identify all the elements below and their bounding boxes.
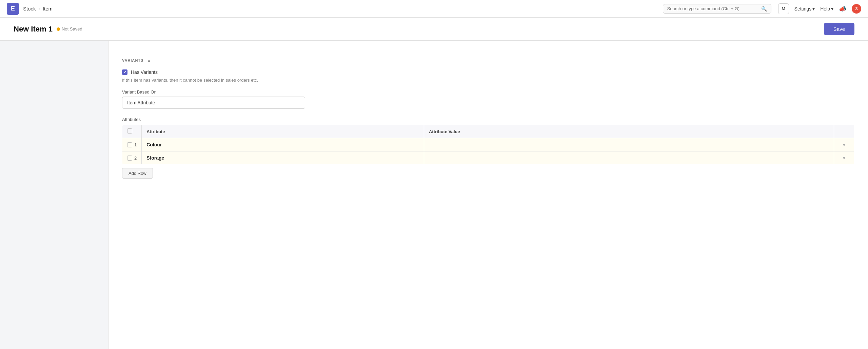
breadcrumb-sep-1: ›	[39, 6, 40, 11]
row-2-expand[interactable]: ▼	[834, 151, 854, 165]
notification-badge[interactable]: 3	[852, 4, 861, 14]
topnav: E Stock › Item 🔍 M Settings ▾ Help ▾ 📣 3	[0, 0, 868, 18]
has-variants-row: Has Variants	[122, 69, 854, 75]
select-all-checkbox[interactable]	[127, 128, 132, 134]
search-icon: 🔍	[761, 6, 767, 12]
search-bar[interactable]: 🔍	[663, 4, 771, 14]
row-2-attribute: Storage	[142, 151, 424, 165]
notifications-icon[interactable]: 📣	[839, 5, 846, 13]
variant-based-on-label: Variant Based On	[122, 89, 854, 95]
status-dot	[57, 27, 60, 31]
col-attribute: Attribute	[142, 125, 424, 138]
breadcrumb-stock[interactable]: Stock	[23, 6, 36, 12]
page-title: New Item 1 Not Saved	[14, 25, 82, 34]
row-checkbox-cell: 1	[122, 138, 142, 151]
avatar[interactable]: M	[778, 3, 789, 14]
breadcrumb: Stock › Item	[23, 6, 53, 12]
row-1-expand[interactable]: ▼	[834, 138, 854, 151]
col-attribute-value: Attribute Value	[424, 125, 834, 138]
attributes-table: Attribute Attribute Value 1 Colour	[122, 125, 854, 165]
row-2-num: 2	[134, 156, 137, 161]
row-2-value[interactable]	[424, 151, 834, 165]
table-row: 1 Colour ▼	[122, 138, 854, 151]
app-logo: E	[7, 3, 19, 15]
col-actions	[834, 125, 854, 138]
breadcrumb-item[interactable]: Item	[43, 6, 53, 12]
has-variants-checkbox[interactable]	[122, 69, 127, 75]
help-menu[interactable]: Help ▾	[820, 6, 833, 12]
has-variants-label: Has Variants	[131, 69, 158, 75]
search-input[interactable]	[667, 6, 758, 11]
save-button[interactable]: Save	[824, 23, 854, 35]
status-badge: Not Saved	[57, 26, 82, 32]
nav-actions: M Settings ▾ Help ▾ 📣 3	[778, 3, 861, 14]
row-1-value[interactable]	[424, 138, 834, 151]
table-row: 2 Storage ▼	[122, 151, 854, 165]
attributes-label: Attributes	[122, 117, 854, 122]
row-2-checkbox-cell: 2	[122, 151, 142, 165]
variants-section-header: VARIANTS ▲	[122, 51, 854, 63]
add-row-button[interactable]: Add Row	[122, 168, 153, 179]
settings-menu[interactable]: Settings ▾	[794, 6, 815, 12]
main-panel: VARIANTS ▲ Has Variants If this item has…	[108, 41, 868, 349]
collapse-icon[interactable]: ▲	[147, 58, 151, 63]
variant-based-on-input[interactable]	[122, 97, 305, 109]
row-1-checkbox[interactable]	[127, 142, 132, 147]
page-body: VARIANTS ▲ Has Variants If this item has…	[0, 41, 868, 349]
col-checkbox	[122, 125, 142, 138]
row-1-attribute: Colour	[142, 138, 424, 151]
page-header: New Item 1 Not Saved Save	[0, 18, 868, 41]
row-1-num: 1	[134, 142, 137, 147]
sidebar	[0, 41, 108, 349]
variant-hint: If this item has variants, then it canno…	[122, 78, 854, 83]
row-2-checkbox[interactable]	[127, 156, 132, 161]
